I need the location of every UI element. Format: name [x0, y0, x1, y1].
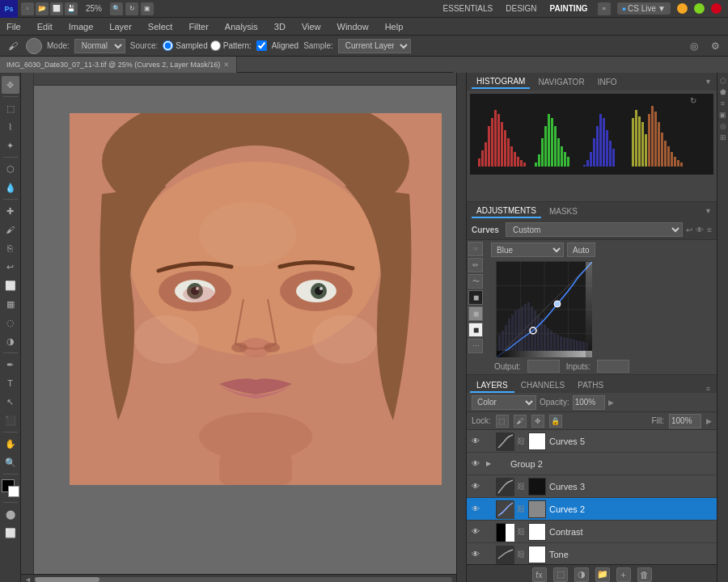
menu-file[interactable]: File — [3, 20, 24, 33]
curves-black-point[interactable]: ◼ — [468, 290, 483, 305]
zoom-icon[interactable]: 🔍 — [110, 2, 123, 15]
browse-icon[interactable]: ⬜ — [50, 2, 63, 15]
menu-help[interactable]: Help — [382, 20, 407, 33]
close-btn[interactable] — [711, 3, 722, 14]
painting-btn[interactable]: PAINTING — [547, 2, 591, 15]
file-tab[interactable]: IMG_6030_Date30_07_11-3.tif @ 25% (Curve… — [0, 57, 237, 73]
masks-tab[interactable]: MASKS — [544, 205, 582, 217]
paths-tab[interactable]: PATHS — [571, 379, 610, 393]
curves-reset-icon[interactable]: ↩ — [686, 226, 692, 234]
strip-icon-2[interactable]: ⬟ — [718, 87, 728, 97]
curves-graph[interactable] — [496, 261, 591, 356]
layer-item-curves5[interactable]: 👁 ⛓ Curves 5 — [467, 430, 717, 453]
zoom-tool[interactable]: 🔍 — [2, 453, 19, 471]
layer-item-curves2[interactable]: 👁 ⛓ Curves 2 — [467, 498, 717, 521]
curves-panel-menu[interactable]: ≡ — [707, 226, 712, 234]
menu-analysis[interactable]: Analysis — [222, 20, 261, 33]
scroll-h-thumb[interactable] — [35, 577, 99, 582]
info-tab[interactable]: INFO — [593, 76, 622, 88]
output-value[interactable] — [527, 360, 560, 373]
menu-filter[interactable]: Filter — [185, 20, 211, 33]
cs-live-btn[interactable]: ● CS Live ▼ — [617, 2, 671, 15]
fill-arrow[interactable]: ▶ — [706, 417, 712, 425]
gradient-tool[interactable]: ▦ — [2, 295, 19, 313]
layer-eye-contrast[interactable]: 👁 — [470, 526, 481, 538]
scroll-h-track[interactable] — [35, 577, 452, 582]
strip-icon-3[interactable]: ≡ — [718, 99, 728, 108]
histogram-collapse[interactable]: ▼ — [705, 78, 712, 86]
layer-expand-group2[interactable]: ▶ — [485, 460, 493, 468]
magic-wand-tool[interactable]: ✦ — [2, 137, 19, 154]
menu-select[interactable]: Select — [145, 20, 176, 33]
lock-paint-btn[interactable]: 🖌 — [514, 415, 527, 428]
healing-brush-tool[interactable]: ✚ — [2, 202, 19, 220]
design-btn[interactable]: DESIGN — [502, 2, 540, 15]
layer-eye-curves2[interactable]: 👁 — [470, 504, 481, 515]
lasso-tool[interactable]: ⌇ — [2, 118, 19, 136]
strip-icon-4[interactable]: ▣ — [718, 110, 728, 120]
curves-smooth-tool[interactable]: 〜 — [468, 274, 483, 289]
blend-mode-select[interactable]: Color Normal Multiply Screen — [472, 395, 536, 410]
mode-select[interactable]: Normal — [74, 39, 125, 53]
opacity-input[interactable] — [573, 395, 605, 410]
layers-tab[interactable]: LAYERS — [470, 379, 514, 393]
dodge-tool[interactable]: ◑ — [2, 332, 19, 350]
layer-eye-group2[interactable]: 👁 — [470, 458, 481, 470]
add-mask-btn[interactable]: ⬚ — [553, 567, 568, 582]
menu-layer[interactable]: Layer — [106, 20, 135, 33]
history-brush-tool[interactable]: ↩ — [2, 258, 19, 276]
layer-item-tone[interactable]: 👁 ⛓ Tone — [467, 543, 717, 564]
curves-graph-wrapper[interactable] — [491, 259, 713, 358]
strip-icon-5[interactable]: ◎ — [718, 121, 728, 131]
clone-source-icon[interactable]: ◎ — [686, 38, 702, 54]
eraser-tool[interactable]: ⬜ — [2, 276, 19, 294]
layer-expand-curves5[interactable] — [485, 437, 493, 445]
add-adjustment-btn[interactable]: ◑ — [574, 567, 589, 582]
sample-select[interactable]: Current Layer — [338, 39, 411, 53]
input-value[interactable] — [597, 360, 629, 373]
lock-all-btn[interactable]: 🔒 — [549, 415, 562, 428]
strip-icon-6[interactable]: ⊞ — [718, 133, 728, 142]
text-tool[interactable]: T — [2, 374, 19, 392]
quick-mask-tool[interactable]: ⬤ — [2, 505, 19, 523]
background-color[interactable] — [8, 486, 19, 497]
brush-tool[interactable]: 🖌 — [2, 221, 19, 238]
crop-tool[interactable]: ⬡ — [2, 160, 19, 178]
curves-sampling-tool[interactable]: ⋯ — [468, 339, 483, 353]
histogram-header[interactable]: HISTOGRAM NAVIGATOR INFO ▼ — [467, 73, 717, 91]
scrollbar-horizontal[interactable]: ◄ ► — [21, 574, 466, 582]
shape-tool[interactable]: ⬛ — [2, 411, 19, 429]
channel-select[interactable]: Blue RGB Red Green — [491, 242, 564, 257]
opacity-arrow[interactable]: ▶ — [608, 399, 614, 407]
rotate-icon[interactable]: ↻ — [125, 2, 138, 15]
auto-btn[interactable]: Auto — [567, 242, 595, 257]
layer-expand-contrast[interactable] — [485, 528, 493, 536]
channels-tab[interactable]: CHANNELS — [514, 379, 571, 393]
delete-layer-btn[interactable]: 🗑 — [637, 567, 652, 582]
essentials-btn[interactable]: ESSENTIALS — [440, 2, 497, 15]
lock-move-btn[interactable]: ✥ — [531, 415, 544, 428]
file-tab-close[interactable]: ✕ — [223, 61, 230, 69]
more-workspaces-icon[interactable]: » — [598, 2, 611, 15]
layer-item-curves3[interactable]: 👁 ⛓ Curves 3 — [467, 475, 717, 498]
curves-preset-select[interactable]: Custom — [506, 222, 683, 237]
brush-preview[interactable] — [26, 38, 42, 54]
sampled-radio[interactable] — [163, 40, 173, 51]
add-layer-btn[interactable]: + — [616, 567, 631, 582]
marquee-tool[interactable]: ⬚ — [2, 99, 19, 117]
curves-gray-point[interactable]: ◼ — [468, 306, 483, 321]
open-icon[interactable]: 📂 — [36, 2, 49, 15]
curves-visibility-icon[interactable]: 👁 — [696, 226, 704, 234]
histogram-tab[interactable]: HISTOGRAM — [472, 75, 530, 89]
adjustments-header[interactable]: ADJUSTMENTS MASKS ▼ — [467, 202, 717, 220]
fill-input[interactable] — [669, 414, 701, 428]
hand-tool[interactable]: ✋ — [2, 435, 19, 453]
menu-window[interactable]: Window — [334, 20, 372, 33]
maximize-btn[interactable] — [694, 3, 705, 14]
arrange-icon[interactable]: ▣ — [141, 2, 154, 15]
scrollbar-vertical[interactable] — [456, 73, 466, 582]
save-icon[interactable]: 💾 — [65, 2, 78, 15]
layer-eye-curves5[interactable]: 👁 — [470, 436, 481, 447]
strip-icon-1[interactable]: ⬡ — [718, 76, 728, 86]
pen-tool[interactable]: ✒ — [2, 356, 19, 373]
